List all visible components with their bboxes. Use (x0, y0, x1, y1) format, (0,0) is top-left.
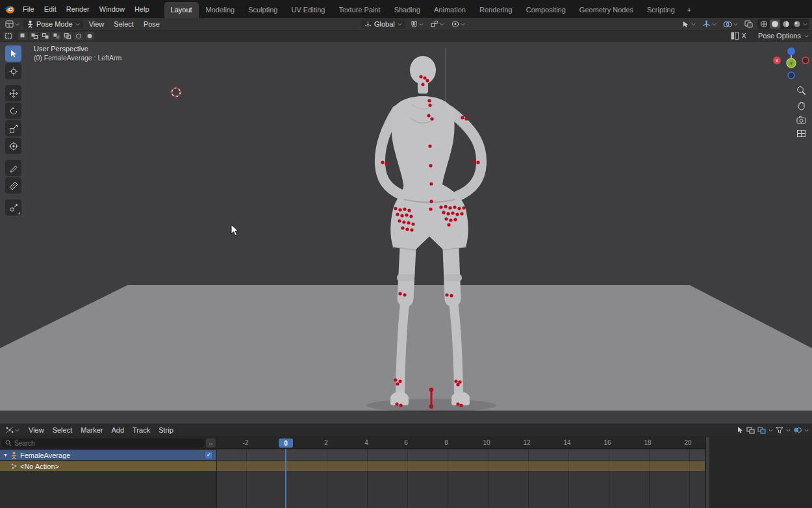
playhead[interactable] (285, 449, 286, 508)
workspace-tab-shading[interactable]: Shading (388, 2, 427, 18)
timeline-menu-add[interactable]: Add (107, 425, 128, 435)
shading-solid-button[interactable] (770, 19, 780, 29)
select-intersect-icon[interactable] (62, 32, 72, 40)
timeline-menu-select[interactable]: Select (49, 425, 77, 435)
navigation-gizmo[interactable]: X Y (772, 44, 810, 81)
tool-move[interactable] (5, 85, 21, 101)
channel-checkbox[interactable]: ✓ (205, 451, 213, 459)
xray-toggle[interactable] (742, 19, 755, 29)
tool-annotate[interactable] (5, 160, 21, 176)
snap-target-selector[interactable] (429, 19, 446, 29)
select-new-icon[interactable] (18, 32, 28, 40)
menu-window[interactable]: Window (95, 3, 129, 15)
editor-type-selector[interactable] (3, 19, 21, 29)
workspace-tab-uv-editing[interactable]: UV Editing (285, 2, 331, 18)
orthographic-toggle-icon[interactable] (796, 129, 806, 138)
workspace-tab-sculpting[interactable]: Sculpting (242, 2, 284, 18)
snapping-menu-icon[interactable] (793, 426, 802, 434)
menu-edit[interactable]: Edit (40, 3, 61, 15)
shading-wireframe-button[interactable] (759, 19, 769, 29)
workspace-tab-rendering[interactable]: Rendering (473, 2, 519, 18)
current-frame-indicator[interactable]: 0 (279, 438, 293, 448)
gizmos-toggle[interactable] (700, 19, 718, 29)
select-invert-icon[interactable] (51, 32, 61, 40)
timeline-editor-type-selector[interactable] (3, 425, 21, 435)
expand-triangle-icon[interactable]: ▼ (3, 453, 8, 457)
visibility-icon (681, 21, 690, 28)
workspace-tab-animation[interactable]: Animation (427, 2, 472, 18)
channel-label[interactable]: <No Action> (20, 463, 59, 470)
workspace-tab-compositing[interactable]: Compositing (520, 2, 572, 18)
select-subtract-icon[interactable] (40, 32, 50, 40)
viewport-menu-select[interactable]: Select (110, 19, 138, 29)
camera-view-icon[interactable] (796, 116, 806, 124)
workspace-tab-layout[interactable]: Layout (164, 2, 199, 18)
viewport-3d[interactable]: User Perspective (0) FemaleAverage : Lef… (0, 42, 812, 424)
workspace-tab-scripting[interactable]: Scripting (641, 2, 681, 18)
mode-selector[interactable]: Pose Mode (23, 19, 83, 29)
channel-row-armature[interactable]: ▼ FemaleAverage ✓ (0, 450, 216, 460)
timeline-scrollbar[interactable] (706, 437, 709, 508)
viewport-menu-pose[interactable]: Pose (140, 19, 164, 29)
tool-rotate[interactable] (5, 103, 21, 119)
chevron-down-icon[interactable] (804, 34, 809, 38)
tool-extra[interactable] (5, 199, 21, 216)
viewport-menu-view[interactable]: View (85, 19, 108, 29)
timeline-menu-view[interactable]: View (25, 425, 48, 435)
perspective-label: User Perspective (34, 45, 121, 53)
zoom-tool-icon[interactable] (796, 86, 806, 95)
shading-material-button[interactable] (781, 19, 791, 29)
frame-tick-label: 18 (644, 439, 651, 446)
shading-rendered-button[interactable] (792, 19, 802, 29)
tool-scale[interactable] (5, 120, 21, 136)
chevron-down-icon[interactable] (804, 428, 809, 433)
tool-transform[interactable] (5, 138, 21, 154)
tool-select-box[interactable] (5, 45, 21, 62)
collection-filter-icon[interactable] (757, 427, 766, 434)
object-visibility-menu[interactable] (679, 20, 698, 29)
timeline-menu-marker[interactable]: Marker (77, 425, 107, 435)
timeline-ruler[interactable]: ↔ -2 2 4 6 8 10 12 14 16 18 20 0 (0, 437, 812, 449)
snap-toggle[interactable] (409, 19, 425, 29)
frame-tick-label: -2 (243, 439, 249, 446)
transform-orientation-selector[interactable]: Global (361, 19, 405, 29)
overlays-toggle[interactable] (721, 20, 740, 29)
menu-help[interactable]: Help (130, 3, 154, 15)
workspace-tab-modeling[interactable]: Modeling (199, 2, 242, 18)
pose-options-label[interactable]: Pose Options (758, 32, 801, 40)
select-mode-set-icon[interactable] (3, 32, 13, 40)
cursor-3d-icon (170, 86, 183, 99)
select-mode-b-icon[interactable] (84, 32, 94, 40)
channel-row-action[interactable]: <No Action> (0, 461, 216, 471)
frame-tick-label: 14 (563, 439, 570, 446)
only-selected-filter-icon[interactable] (736, 426, 744, 434)
timeline-menu-strip[interactable]: Strip (155, 425, 177, 435)
menu-file[interactable]: File (18, 3, 39, 15)
channel-search-field[interactable] (1, 438, 205, 448)
tool-measure[interactable] (5, 177, 21, 194)
channel-label[interactable]: FemaleAverage (20, 451, 70, 459)
pan-hand-icon[interactable] (796, 101, 806, 110)
chevron-down-icon (15, 428, 19, 433)
show-hidden-filter-icon[interactable] (746, 427, 755, 434)
workspace-tabs: Layout Modeling Sculpting UV Editing Tex… (164, 0, 697, 18)
timeline-menu-track[interactable]: Track (129, 425, 154, 435)
select-mode-a-icon[interactable] (73, 32, 83, 40)
chevron-down-icon[interactable] (768, 428, 773, 433)
chevron-down-icon[interactable] (786, 428, 791, 433)
workspace-tab-texture-paint[interactable]: Texture Paint (332, 2, 387, 18)
filter-funnel-icon[interactable] (776, 427, 783, 434)
scene-render (0, 42, 812, 424)
menu-render[interactable]: Render (62, 3, 94, 15)
mirror-icon[interactable] (731, 32, 739, 40)
tool-cursor[interactable] (5, 63, 21, 79)
keyframe-grid[interactable] (216, 449, 705, 508)
blender-logo-icon[interactable] (0, 0, 18, 18)
mirror-axis-label[interactable]: X (742, 32, 746, 40)
select-extend-icon[interactable] (29, 32, 39, 40)
workspace-tab-geometry-nodes[interactable]: Geometry Nodes (573, 2, 640, 18)
add-workspace-button[interactable]: + (682, 2, 696, 18)
search-input[interactable] (14, 440, 201, 447)
proportional-editing-toggle[interactable] (450, 19, 467, 29)
channel-resize-button[interactable]: ↔ (206, 438, 216, 448)
